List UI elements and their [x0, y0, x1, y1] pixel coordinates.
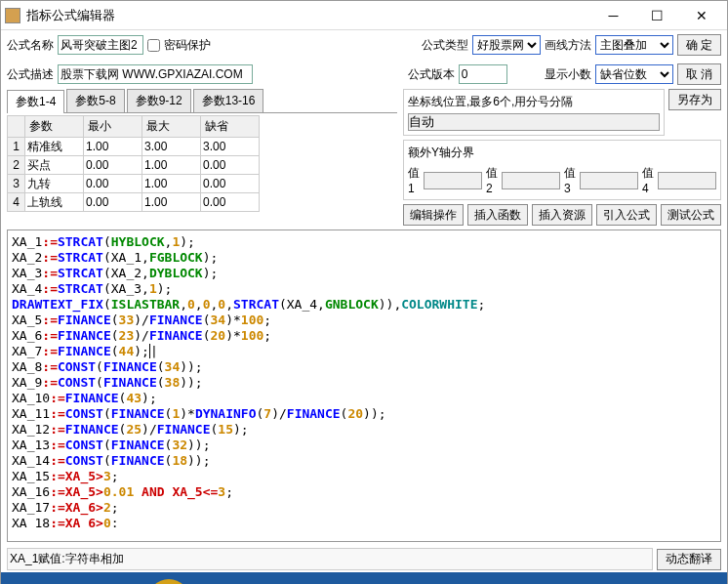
formula-version-input[interactable]	[459, 64, 507, 84]
footer-banner: 式指标网 指 www.9m8.cn	[1, 572, 727, 584]
coord-box: 坐标线位置,最多6个,用分号分隔	[403, 89, 665, 136]
table-row: 3	[8, 175, 260, 193]
axis-v2-input[interactable]	[502, 172, 560, 189]
dynamic-translate-button[interactable]: 动态翻译	[657, 549, 721, 570]
decimals-label: 显示小数	[545, 66, 591, 83]
axis-label: 额外Y轴分界	[408, 145, 716, 161]
axis-v4-input[interactable]	[658, 172, 716, 189]
param-def-input[interactable]	[201, 175, 256, 192]
param-name-input[interactable]	[25, 156, 80, 174]
param-min-input[interactable]	[84, 175, 139, 192]
formula-type-select[interactable]: 好股票网	[472, 35, 541, 55]
formula-version-label: 公式版本	[408, 66, 455, 83]
ok-button[interactable]: 确 定	[677, 34, 721, 56]
coord-input[interactable]	[408, 113, 660, 131]
param-name-input[interactable]	[25, 193, 80, 211]
saveas-button[interactable]: 另存为	[668, 89, 721, 110]
param-def-input[interactable]	[201, 193, 256, 211]
tab-params-9-12[interactable]: 参数9-12	[127, 89, 191, 112]
table-row: 1	[8, 138, 260, 156]
formula-type-label: 公式类型	[422, 37, 468, 54]
table-row: 4	[8, 193, 260, 212]
param-max-input[interactable]	[142, 175, 197, 192]
param-max-input[interactable]	[142, 156, 197, 174]
status-text: XA_1赋值:字符串相加	[7, 548, 653, 570]
footer-left-text: 式指标网	[11, 579, 136, 584]
footer-logo-icon: 指	[147, 579, 190, 584]
formula-desc-input[interactable]	[58, 64, 253, 84]
titlebar: 指标公式编辑器 ─ ☐ ✕	[1, 1, 727, 30]
code-editor[interactable]: XA_1:=STRCAT(HYBLOCK,1);XA_2:=STRCAT(XA_…	[7, 229, 721, 542]
param-tabs: 参数1-4 参数5-8 参数9-12 参数13-16	[7, 89, 397, 113]
import-formula-button[interactable]: 引入公式	[596, 204, 657, 226]
tab-params-13-16[interactable]: 参数13-16	[193, 89, 264, 112]
draw-method-select[interactable]: 主图叠加	[595, 35, 673, 55]
table-row: 2	[8, 156, 260, 175]
param-min-input[interactable]	[84, 156, 139, 174]
draw-method-label: 画线方法	[545, 37, 591, 54]
coord-label: 坐标线位置,最多6个,用分号分隔	[408, 94, 660, 110]
test-formula-button[interactable]: 测试公式	[661, 204, 721, 226]
formula-name-input[interactable]	[58, 35, 143, 55]
param-min-input[interactable]	[84, 193, 139, 211]
maximize-button[interactable]: ☐	[635, 2, 679, 29]
param-name-input[interactable]	[25, 138, 80, 155]
param-def-input[interactable]	[201, 156, 256, 174]
formula-desc-label: 公式描述	[7, 66, 54, 83]
tab-params-1-4[interactable]: 参数1-4	[7, 90, 64, 113]
param-table: 参数 最小 最大 缺省 1234	[7, 115, 260, 212]
app-icon	[5, 8, 20, 23]
param-def-input[interactable]	[201, 138, 256, 155]
minimize-button[interactable]: ─	[591, 2, 635, 29]
param-max-input[interactable]	[142, 138, 197, 155]
cancel-button[interactable]: 取 消	[677, 63, 721, 85]
insert-res-button[interactable]: 插入资源	[532, 204, 592, 226]
password-checkbox[interactable]	[147, 39, 160, 52]
close-button[interactable]: ✕	[679, 2, 723, 29]
password-label: 密码保护	[164, 37, 211, 54]
param-min-input[interactable]	[84, 138, 139, 155]
param-max-input[interactable]	[142, 193, 197, 211]
axis-v3-input[interactable]	[580, 172, 638, 189]
tab-params-5-8[interactable]: 参数5-8	[66, 89, 124, 112]
window-title: 指标公式编辑器	[26, 7, 591, 24]
formula-name-label: 公式名称	[7, 37, 54, 54]
axis-box: 额外Y轴分界 值1 值2 值3 值4	[403, 140, 721, 200]
edit-op-button[interactable]: 编辑操作	[403, 204, 464, 226]
axis-v1-input[interactable]	[424, 172, 482, 189]
insert-func-button[interactable]: 插入函数	[467, 204, 528, 226]
decimals-select[interactable]: 缺省位数	[595, 64, 673, 84]
param-name-input[interactable]	[25, 175, 80, 192]
